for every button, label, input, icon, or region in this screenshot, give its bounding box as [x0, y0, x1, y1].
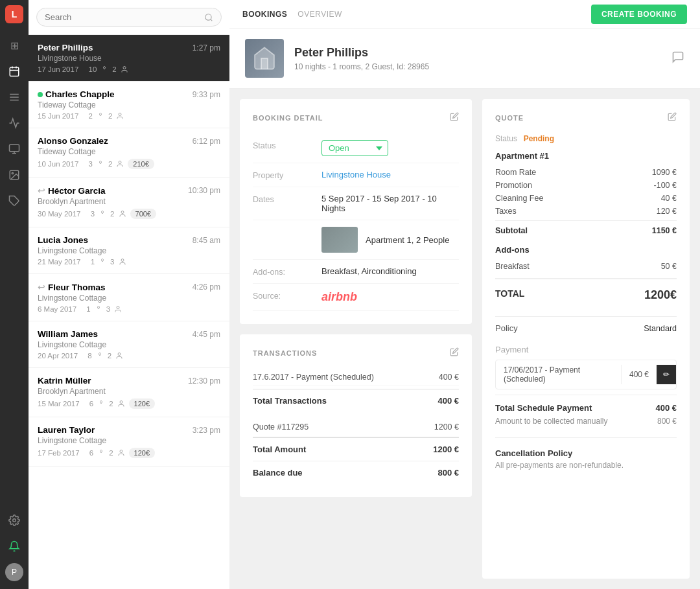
- quote-status-label: Status: [495, 134, 517, 143]
- user-avatar[interactable]: P: [3, 560, 26, 584]
- trans-amount: 400 €: [439, 373, 459, 382]
- total-transactions-row: Total Transactions 400 €: [253, 389, 459, 412]
- list-item[interactable]: Alonso Gonzalez 6:12 pm Tideway Cottage …: [29, 128, 229, 178]
- room-rate-row: Room Rate 1090 €: [495, 166, 677, 179]
- transactions-edit-icon[interactable]: [450, 347, 459, 358]
- cancellation-title: Cancellation Policy: [495, 437, 677, 458]
- image-icon[interactable]: [3, 163, 26, 187]
- room-text: Apartment 1, 2 People: [366, 235, 449, 245]
- chart-icon[interactable]: [3, 111, 26, 135]
- amount-manual-row: Amount to be collected manually 800 €: [495, 415, 677, 427]
- payment-label: Payment: [495, 345, 677, 354]
- booking-badge: 700€: [130, 209, 156, 219]
- sidebar: L ⊞: [0, 0, 29, 589]
- addons-label: Add-ons:: [253, 266, 311, 277]
- property-value[interactable]: Livingstone House: [321, 170, 459, 179]
- addons-row: Add-ons: Breakfast, Airconditioning: [253, 260, 459, 284]
- property-label: Property: [253, 170, 311, 180]
- guest-photo: [245, 39, 284, 78]
- card-title-quote: QUOTE: [495, 112, 677, 123]
- balance-label: Balance due: [253, 468, 303, 478]
- dates-row: Dates 5 Sep 2017 - 15 Sep 2017 - 10 Nigh…: [253, 187, 459, 220]
- booking-edit-icon[interactable]: [450, 112, 459, 123]
- svg-point-19: [121, 259, 124, 262]
- balance-value: 800 €: [438, 468, 459, 478]
- list-icon[interactable]: [3, 86, 26, 109]
- promotion-row: Promotion -100 €: [495, 179, 677, 192]
- booking-meta: 17 Feb 2017 6 2 120€: [38, 448, 220, 458]
- list-item[interactable]: Lucia Jones 8:45 am Livingstone Cottage …: [29, 227, 229, 274]
- monitor-icon[interactable]: [3, 137, 26, 161]
- total-trans-value: 400 €: [438, 396, 459, 406]
- policy-label: Policy: [495, 323, 518, 333]
- chat-icon[interactable]: [671, 51, 684, 67]
- transaction-row: 17.6.2017 - Payment (Scheduled) 400 €: [253, 369, 459, 386]
- booking-property: Livingstone House: [38, 54, 220, 63]
- svg-point-13: [13, 519, 16, 522]
- booking-name: Héctor Garcia: [48, 186, 106, 196]
- booking-detail-card: BOOKING DETAIL Status Open Confirmed Can…: [240, 99, 472, 324]
- create-booking-button[interactable]: CREATE BOOKING: [591, 5, 687, 24]
- amount-manual-label: Amount to be collected manually: [495, 417, 607, 426]
- online-indicator: [38, 92, 43, 97]
- nav-bookings[interactable]: BOOKINGS: [242, 10, 287, 19]
- addons-section: Add-ons Breakfast 50 €: [495, 245, 677, 273]
- booking-meta: 15 Jun 2017 2 2: [38, 112, 220, 120]
- list-item[interactable]: William James 4:45 pm Livingstone Cottag…: [29, 321, 229, 368]
- bell-icon[interactable]: [3, 535, 26, 558]
- taxes-row: Taxes 120 €: [495, 205, 677, 218]
- status-label: Status: [253, 140, 311, 150]
- list-item[interactable]: Charles Chapple 9:33 pm Tideway Cottage …: [29, 82, 229, 128]
- svg-point-21: [118, 353, 121, 356]
- svg-point-22: [120, 401, 122, 404]
- list-item[interactable]: Peter Phillips 1:27 pm Livingstone House…: [29, 35, 229, 82]
- room-value: Apartment 1, 2 People: [321, 227, 459, 253]
- total-schedule-value: 400 €: [655, 403, 677, 413]
- payment-section: Payment 17/06/2017 - Payment (Scheduled)…: [495, 345, 677, 389]
- booking-name: Lucia Jones: [38, 235, 88, 245]
- cleaning-fee-row: Cleaning Fee 40 €: [495, 192, 677, 205]
- grid-icon[interactable]: ⊞: [3, 34, 26, 57]
- search-input[interactable]: [45, 12, 200, 22]
- app-logo[interactable]: L: [5, 5, 23, 23]
- list-item[interactable]: Katrin Müller 12:30 pm Brooklyn Apartmen…: [29, 368, 229, 417]
- cancellation-text: All pre-payments are non-refundable.: [495, 461, 677, 470]
- list-item[interactable]: ↩ Fleur Thomas 4:26 pm Livingstone Cotta…: [29, 274, 229, 321]
- list-item[interactable]: ↩ Héctor Garcia 10:30 pm Brooklyn Apartm…: [29, 178, 229, 227]
- payment-edit-button[interactable]: ✏: [657, 365, 676, 384]
- booking-meta: 10 Jun 2017 3 2 210€: [38, 159, 220, 169]
- booking-name: Peter Phillips: [38, 43, 93, 52]
- booking-time: 4:45 pm: [192, 330, 220, 339]
- total-label: TOTAL: [495, 288, 524, 302]
- booking-badge: 120€: [129, 398, 155, 409]
- payment-entry-text: 17/06/2017 - Payment (Scheduled): [496, 360, 621, 389]
- quote-card: QUOTE Status Pending Apartment #1 Room R…: [482, 99, 690, 579]
- source-label: Source:: [253, 290, 311, 301]
- nav-overview[interactable]: OVERVIEW: [298, 10, 342, 19]
- svg-point-23: [120, 450, 122, 453]
- svg-point-14: [205, 14, 211, 19]
- quote-edit-icon[interactable]: [668, 112, 677, 123]
- status-select[interactable]: Open Confirmed Cancelled Completed: [321, 140, 388, 156]
- total-amount-label: Total Amount: [253, 445, 306, 454]
- total-schedule-section: Total Schedule Payment 400 € Amount to b…: [495, 395, 677, 432]
- booking-meta: 6 May 2017 1 3: [38, 305, 220, 313]
- arrow-icon: ↩: [38, 282, 45, 292]
- dates-value: 5 Sep 2017 - 15 Sep 2017 - 10 Nights: [321, 194, 459, 213]
- total-value: 1200€: [644, 288, 677, 302]
- apartment-section: Apartment #1 Room Rate 1090 € Promotion …: [495, 151, 677, 237]
- booking-name: Katrin Müller: [38, 376, 91, 386]
- room-row: Apartment 1, 2 People: [253, 220, 459, 260]
- property-row: Property Livingstone House: [253, 163, 459, 187]
- search-container: [36, 8, 222, 27]
- card-title-transactions: TRANSACTIONS: [253, 347, 459, 358]
- booking-meta: 21 May 2017 1 3: [38, 258, 220, 266]
- tag-icon[interactable]: [3, 189, 26, 213]
- main-content: BOOKINGS OVERVIEW CREATE BOOKING Peter P…: [229, 0, 700, 589]
- calendar-icon[interactable]: [3, 60, 26, 83]
- booking-time: 9:33 pm: [192, 90, 220, 99]
- breakfast-row: Breakfast 50 €: [495, 260, 677, 273]
- settings-icon[interactable]: [3, 509, 26, 532]
- list-item[interactable]: Lauren Taylor 3:23 pm Livingstone Cottag…: [29, 417, 229, 467]
- addons-value: Breakfast, Airconditioning: [321, 266, 459, 276]
